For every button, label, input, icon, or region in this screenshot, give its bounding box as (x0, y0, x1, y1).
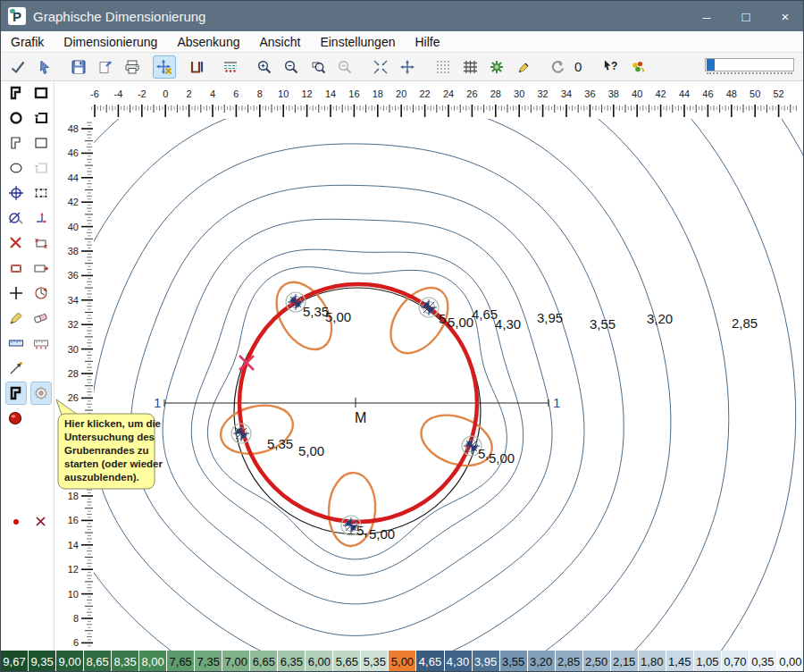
insert-rect-disabled-icon[interactable] (30, 156, 52, 180)
zoom-full-icon[interactable] (333, 55, 356, 79)
zoom-slider-handle[interactable] (707, 59, 715, 71)
record-button-icon[interactable] (5, 407, 27, 430)
point-x-icon[interactable] (30, 510, 52, 533)
svg-text:24: 24 (443, 88, 454, 99)
polygon-thin-icon[interactable] (5, 131, 27, 155)
close-button[interactable]: × (766, 1, 804, 31)
svg-text:14: 14 (325, 88, 336, 99)
help-cursor-icon[interactable]: ? (599, 55, 623, 79)
svg-text:32: 32 (537, 88, 548, 99)
rect-x-corners-icon[interactable] (30, 231, 52, 255)
well-symbol[interactable] (231, 424, 251, 443)
pit-outline-icon[interactable] (5, 382, 27, 405)
well-influence-ellipse[interactable] (215, 399, 297, 461)
rect-thin-icon[interactable] (30, 131, 52, 155)
select-cursor-icon[interactable] (33, 55, 56, 79)
measure-arrow-icon[interactable] (5, 357, 27, 380)
measure-axis (164, 398, 549, 407)
well-gear-icon[interactable] (30, 382, 52, 405)
circle-bold-icon[interactable] (5, 106, 27, 130)
converge-icon[interactable] (369, 55, 392, 79)
rect-bold-icon[interactable] (30, 81, 52, 105)
well-drawdown-label: 5,00 (298, 443, 324, 458)
menu-item-grafik[interactable]: Grafik (1, 31, 54, 53)
rotate-reset-icon[interactable] (546, 55, 569, 79)
contour-line (54, 81, 804, 651)
pencil-icon[interactable] (5, 307, 27, 330)
rect-marked-icon[interactable] (5, 256, 27, 280)
menu-item-absenkung[interactable]: Absenkung (167, 31, 249, 53)
rotate-dial-icon[interactable] (30, 281, 52, 305)
menu-item-ansicht[interactable]: Ansicht (249, 31, 310, 53)
maximize-button[interactable]: □ (726, 1, 766, 31)
scale-cell: 3,55 (500, 651, 528, 672)
svg-text:38: 38 (608, 88, 619, 99)
grid-icon[interactable] (458, 55, 482, 79)
scale-cell: 1,45 (666, 651, 694, 672)
ruler-marks-icon[interactable] (30, 332, 52, 355)
point-dot-icon[interactable] (5, 510, 27, 533)
drawing-canvas[interactable]: 11M5,355,005,5,005,5,005,5,005,355,004,6… (54, 81, 804, 651)
dot-grid-icon[interactable] (431, 55, 455, 79)
well-drawdown-label: 5,00 (489, 450, 515, 466)
pan-icon[interactable] (396, 55, 419, 79)
well-symbol[interactable] (419, 298, 439, 317)
delete-x-icon[interactable] (5, 231, 27, 255)
scale-cell: 8,35 (112, 651, 139, 672)
menu-item-hilfe[interactable]: Hilfe (405, 31, 449, 53)
eraser-icon[interactable] (30, 307, 52, 330)
well-drawdown-label: 5,00 (325, 309, 351, 324)
crosshair-plus-icon[interactable] (5, 281, 27, 305)
insert-rect-bold-icon[interactable] (30, 106, 52, 130)
well-influence-ellipse[interactable] (415, 406, 499, 475)
well-drawdown-label: 5,35 (267, 436, 293, 451)
menu-item-einstellungen[interactable]: Einstellungen (310, 31, 405, 53)
rect-plus-icon[interactable] (30, 256, 52, 280)
zoom-slider[interactable] (705, 58, 794, 76)
zoom-window-icon[interactable] (306, 55, 330, 79)
hint-tooltip-line: Hier klicken, um die (64, 418, 161, 429)
move-x-icon[interactable] (153, 55, 176, 79)
export-icon[interactable] (94, 55, 117, 79)
svg-text:10: 10 (278, 88, 289, 99)
water-levels-icon[interactable] (219, 55, 242, 79)
svg-text:40: 40 (632, 88, 642, 99)
svg-text:20: 20 (396, 88, 406, 99)
svg-text:44: 44 (68, 172, 79, 183)
contour-value-label: 4,65 (472, 307, 498, 322)
svg-text:44: 44 (679, 88, 690, 99)
scale-cell: 6,35 (278, 651, 306, 672)
menu-bar: GrafikDimensionierungAbsenkungAnsichtEin… (1, 31, 804, 53)
polygon-bold-icon[interactable] (5, 81, 27, 105)
svg-text:-2: -2 (138, 88, 147, 99)
print-icon[interactable] (121, 55, 144, 79)
zoom-slider-track[interactable] (705, 58, 794, 71)
minimize-button[interactable]: – (687, 1, 726, 31)
save-icon[interactable] (67, 55, 90, 79)
settings-gear-icon[interactable] (485, 55, 508, 79)
contour-line (54, 81, 804, 651)
snap-corner-icon[interactable] (30, 206, 52, 230)
rotation-value: 0 (574, 59, 582, 74)
well-drawdown-label: 5, (356, 523, 368, 538)
contour-plot[interactable]: 11M5,355,005,5,005,5,005,5,005,355,004,6… (54, 81, 804, 651)
svg-text:46: 46 (68, 147, 79, 158)
svg-text:38: 38 (68, 246, 79, 256)
hint-tooltip-line: auszublenden). (64, 472, 139, 483)
zoom-in-icon[interactable] (253, 55, 276, 79)
refresh-colors-icon[interactable] (626, 55, 649, 79)
zoom-out-icon[interactable] (280, 55, 303, 79)
marker-pen-icon[interactable] (512, 55, 535, 79)
center-crosshair-icon[interactable] (5, 181, 27, 205)
selection-rect-icon[interactable] (30, 181, 52, 205)
menu-item-dimensionierung[interactable]: Dimensionierung (54, 31, 167, 53)
app-window: P Graphische Dimensionierung – □ × Grafi… (0, 0, 804, 672)
apply-check-icon[interactable] (6, 55, 29, 79)
scale-cell: 8,65 (84, 651, 112, 672)
profile-icon[interactable] (185, 55, 208, 79)
no-draw-icon[interactable] (5, 206, 27, 230)
center-point-label: M (355, 410, 366, 425)
ruler-icon[interactable] (5, 332, 27, 355)
svg-text:30: 30 (68, 344, 79, 355)
ellipse-thin-icon[interactable] (5, 156, 27, 180)
